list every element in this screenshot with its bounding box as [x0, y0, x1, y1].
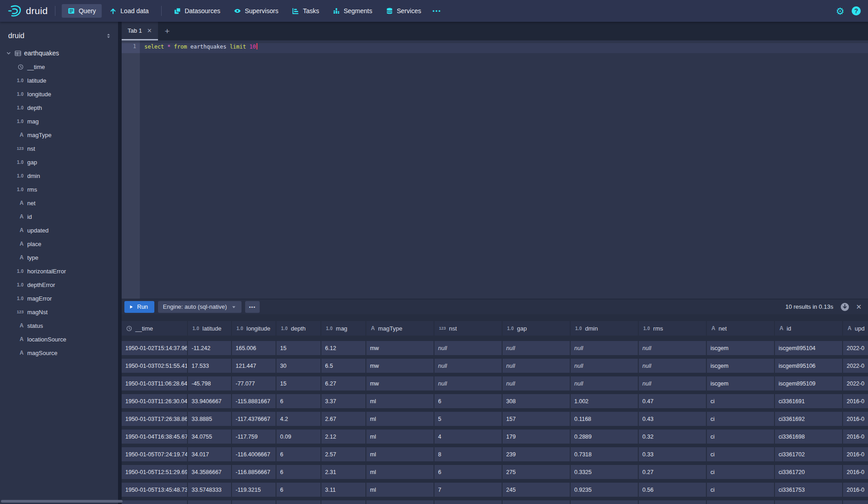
table-cell[interactable]: ml — [366, 483, 434, 497]
table-cell[interactable]: 165.006 — [232, 341, 276, 355]
table-cell[interactable] — [188, 500, 232, 504]
table-cell[interactable]: 1950-01-02T15:14:37.960Z — [122, 341, 188, 355]
table-cell[interactable] — [434, 500, 503, 504]
table-cell[interactable]: ci3361691 — [775, 394, 843, 408]
table-cell[interactable]: 0.1168 — [571, 412, 639, 426]
table-cell[interactable]: 15 — [276, 341, 321, 355]
nav-item-datasources[interactable]: Datasources — [168, 4, 227, 18]
table-cell[interactable]: -45.798 — [188, 376, 232, 390]
table-cell[interactable]: 1.002 — [571, 394, 639, 408]
table-cell[interactable] — [276, 500, 321, 504]
table-cell[interactable]: 17.533 — [188, 359, 232, 373]
table-cell[interactable] — [707, 500, 775, 504]
table-cell[interactable]: ci3361753 — [775, 483, 843, 497]
table-cell[interactable]: -116.8856667 — [232, 465, 276, 479]
table-cell[interactable]: 0.9235 — [571, 483, 639, 497]
column-header-upd[interactable]: Aupd — [843, 321, 868, 336]
table-cell[interactable]: 0.2889 — [571, 430, 639, 444]
column-header-rms[interactable]: 1.0rms — [639, 321, 707, 336]
column-header-__time[interactable]: __time — [122, 321, 188, 336]
table-cell[interactable]: 6.5 — [321, 359, 366, 373]
table-cell[interactable]: 8 — [434, 447, 503, 461]
table-cell[interactable]: iscgem — [707, 341, 775, 355]
table-cell[interactable]: -115.8881667 — [232, 394, 276, 408]
sidebar-column-magError[interactable]: 1.0magError — [0, 292, 118, 305]
table-cell[interactable]: 2016-0 — [843, 412, 868, 426]
table-cell[interactable]: null — [639, 359, 707, 373]
run-more-button[interactable]: ••• — [245, 301, 260, 313]
sidebar-column-__time[interactable]: __time — [0, 60, 118, 74]
table-cell[interactable]: 34.3586667 — [188, 465, 232, 479]
settings-gear-icon[interactable]: ⚙ — [836, 6, 844, 16]
table-cell[interactable]: null — [434, 341, 503, 355]
table-cell[interactable]: 2016-0 — [843, 483, 868, 497]
table-cell[interactable]: 0.7318 — [571, 447, 639, 461]
table-cell[interactable]: 1950-01-05T07:24:19.740Z — [122, 447, 188, 461]
table-cell[interactable]: null — [434, 376, 503, 390]
table-cell[interactable]: null — [639, 341, 707, 355]
table-cell[interactable]: 6.12 — [321, 341, 366, 355]
table-cell[interactable]: 2016-0 — [843, 465, 868, 479]
sidebar-column-latitude[interactable]: 1.0latitude — [0, 74, 118, 87]
sidebar-column-rms[interactable]: 1.0rms — [0, 183, 118, 196]
table-cell[interactable]: 0.43 — [639, 412, 707, 426]
table-cell[interactable]: 121.447 — [232, 359, 276, 373]
sql-editor[interactable]: 1 select * from earthquakes limit 10 — [122, 40, 868, 299]
table-cell[interactable]: 6 — [434, 465, 503, 479]
table-cell[interactable]: 4 — [434, 430, 503, 444]
table-cell[interactable] — [843, 500, 868, 504]
sidebar-column-longitude[interactable]: 1.0longitude — [0, 87, 118, 101]
table-cell[interactable]: 0.32 — [639, 430, 707, 444]
table-cell[interactable]: 6 — [276, 394, 321, 408]
double-caret-vertical-icon[interactable] — [105, 33, 112, 39]
table-cell[interactable]: ci3361698 — [775, 430, 843, 444]
table-cell[interactable]: 1950-01-03T11:06:28.640Z — [122, 376, 188, 390]
table-cell[interactable]: 2016-0 — [843, 394, 868, 408]
table-cell[interactable]: 3.11 — [321, 483, 366, 497]
table-cell[interactable]: 0.33 — [639, 447, 707, 461]
table-cell[interactable]: 33.5748333 — [188, 483, 232, 497]
download-icon[interactable] — [840, 302, 849, 311]
table-cell[interactable]: 0.47 — [639, 394, 707, 408]
druid-brand[interactable]: druid — [7, 4, 48, 18]
table-cell[interactable]: 1950-01-03T02:51:55.410Z — [122, 359, 188, 373]
table-cell[interactable]: ml — [366, 447, 434, 461]
table-cell[interactable]: 2.12 — [321, 430, 366, 444]
table-cell[interactable]: iscgem — [707, 376, 775, 390]
table-cell[interactable]: ci — [707, 465, 775, 479]
table-cell[interactable]: 0.27 — [639, 465, 707, 479]
table-cell[interactable]: ci — [707, 394, 775, 408]
table-cell[interactable]: 2.31 — [321, 465, 366, 479]
new-tab-button[interactable]: + — [158, 22, 177, 40]
column-header-latitude[interactable]: 1.0latitude — [188, 321, 232, 336]
more-menu-button[interactable]: ••• — [428, 8, 446, 15]
table-cell[interactable]: ci — [707, 447, 775, 461]
table-cell[interactable] — [321, 500, 366, 504]
sidebar-column-nst[interactable]: 123nst — [0, 142, 118, 155]
help-icon[interactable]: ? — [852, 6, 861, 15]
table-cell[interactable]: null — [503, 341, 571, 355]
column-header-gap[interactable]: 1.0gap — [503, 321, 571, 336]
table-cell[interactable]: null — [571, 359, 639, 373]
table-cell[interactable]: null — [503, 359, 571, 373]
table-cell[interactable]: -119.3215 — [232, 483, 276, 497]
table-cell[interactable]: -117.4376667 — [232, 412, 276, 426]
column-header-mag[interactable]: 1.0mag — [321, 321, 366, 336]
table-cell[interactable]: 0.56 — [639, 483, 707, 497]
table-cell[interactable]: -11.242 — [188, 341, 232, 355]
column-header-longitude[interactable]: 1.0longitude — [232, 321, 276, 336]
table-cell[interactable]: 33.9406667 — [188, 394, 232, 408]
sidebar-column-updated[interactable]: Aupdated — [0, 223, 118, 237]
table-cell[interactable]: 2.57 — [321, 447, 366, 461]
table-cell[interactable]: 2022-0 — [843, 376, 868, 390]
sidebar-table-earthquakes[interactable]: earthquakes — [0, 46, 118, 60]
table-cell[interactable]: 34.017 — [188, 447, 232, 461]
table-cell[interactable]: ml — [366, 394, 434, 408]
table-cell[interactable] — [366, 500, 434, 504]
table-cell[interactable]: iscgem895104 — [775, 341, 843, 355]
nav-item-supervisors[interactable]: Supervisors — [228, 4, 284, 18]
table-cell[interactable]: -116.4006667 — [232, 447, 276, 461]
table-cell[interactable]: ci3361702 — [775, 447, 843, 461]
table-cell[interactable]: 308 — [503, 394, 571, 408]
close-results-icon[interactable]: ✕ — [856, 303, 862, 311]
